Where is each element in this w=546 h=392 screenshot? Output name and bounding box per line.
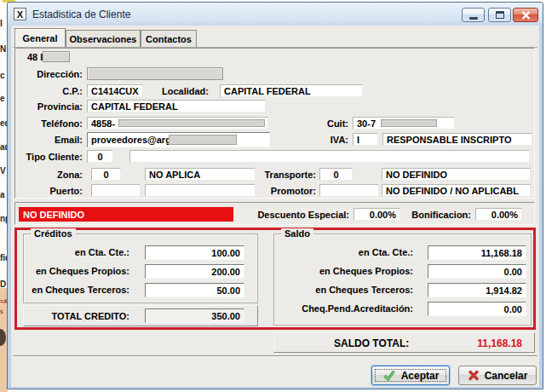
close-icon [521, 11, 531, 20]
tab-observaciones-label: Observaciones [70, 34, 137, 44]
cp-field[interactable]: C1414CUX [87, 84, 143, 97]
client-info-panel: 48 I Dirección: C.P.: C1414CUX Localidad… [14, 48, 535, 199]
saldo-total-label: SALDO TOTAL: [334, 337, 409, 349]
creditos-cheques-propios-field[interactable]: 200.00 [145, 264, 244, 279]
footer-divider [13, 355, 537, 357]
saldo-cheques-terceros-field[interactable]: 1,914.82 [428, 283, 526, 297]
saldo-groupbox: Saldo en Cta. Cte.: 11,168.18 en Cheques… [273, 233, 532, 326]
promotor-desc-field[interactable]: NO DEFINIDO / NO APLICABL [382, 184, 531, 197]
provincia-label: Provincia: [17, 101, 83, 112]
localidad-field[interactable]: CAPITAL FEDERAL [220, 84, 363, 97]
transporte-label: Transporte: [254, 170, 316, 180]
saldo-cheques-propios-label: en Cheques Propios: [276, 266, 413, 276]
iva-desc-field[interactable]: RESPONSABLE INSCRIPTO [382, 133, 532, 146]
promotor-label: Promotor: [254, 186, 316, 196]
tab-contactos-label: Contactos [146, 34, 192, 44]
tipo-cliente-label: Tipo Cliente: [17, 152, 83, 162]
cuit-field[interactable]: 30-7 [353, 117, 455, 130]
direccion-field[interactable] [87, 67, 223, 80]
bonificacion-field[interactable]: 0.00% [475, 208, 522, 221]
provincia-field[interactable]: CAPITAL FEDERAL [87, 100, 266, 112]
saldo-cta-cte-field[interactable]: 11,168.18 [428, 245, 526, 260]
credit-balance-section: Créditos en Cta. Cte.: 100.00 en Cheques… [14, 228, 536, 330]
transporte-desc-field[interactable]: NO DEFINIDO [382, 168, 531, 181]
creditos-cta-cte-label: en Cta. Cte.: [26, 247, 129, 257]
redacted-cuit [381, 119, 437, 127]
saldo-cta-cte-label: en Cta. Cte.: [276, 247, 413, 257]
saldo-total-panel: SALDO TOTAL: 11,168.18 [273, 332, 535, 353]
puerto-field[interactable] [91, 184, 141, 197]
total-credito-panel: TOTAL CREDITO: 350.00 [23, 305, 258, 326]
cp-label: C.P.: [17, 86, 83, 96]
dialog-estadistica-cliente: X Estadistica de Cliente General Observa… [7, 2, 543, 389]
redacted-email [169, 135, 237, 145]
tipo-cliente-desc-field[interactable] [129, 150, 530, 163]
iva-code-field[interactable]: I [353, 133, 378, 146]
dialog-body: General Observaciones Contactos 48 I Dir… [11, 26, 539, 387]
client-code: 48 I [27, 52, 43, 62]
cancel-button-label: Cancelar [485, 370, 528, 382]
minimize-icon [469, 17, 478, 20]
telefono-label: Teléfono: [17, 118, 83, 129]
email-field[interactable]: proveedores@arg [87, 132, 270, 147]
cuit-label: Cuit: [305, 118, 348, 129]
descuento-field[interactable]: 0.00% [353, 208, 400, 221]
creditos-cheques-terceros-field[interactable]: 50.00 [145, 283, 244, 297]
iva-label: IVA: [305, 135, 348, 145]
tipo-cliente-field[interactable]: 0 [87, 150, 113, 163]
cuit-value: 30-7 [357, 118, 376, 129]
transporte-field[interactable]: 0 [319, 168, 353, 181]
app-icon: X [14, 8, 26, 20]
maximize-icon [496, 11, 504, 19]
tab-observaciones[interactable]: Observaciones [66, 30, 141, 47]
saldo-total-value: 11,168.18 [477, 337, 522, 349]
redacted-telefono [118, 119, 265, 127]
cheq-pend-acreditacion-field[interactable]: 0.00 [428, 302, 526, 316]
status-banner-panel: NO DEFINIDO Descuento Especial: 0.00% Bo… [14, 202, 535, 225]
creditos-cheques-terceros-label: en Cheques Terceros: [26, 285, 129, 295]
screen: I N c e ed ad V a np fid D =A s X Estadi… [0, 0, 546, 392]
creditos-groupbox: Créditos en Cta. Cte.: 100.00 en Cheques… [23, 233, 258, 303]
background-shape [0, 329, 6, 346]
creditos-cta-cte-field[interactable]: 100.00 [145, 245, 244, 260]
creditos-cheques-propios-label: en Cheques Propios: [26, 266, 129, 276]
saldo-cheques-terceros-label: en Cheques Terceros: [276, 285, 413, 295]
close-button[interactable] [513, 8, 538, 22]
tab-general-label: General [23, 33, 58, 43]
saldo-title: Saldo [281, 228, 313, 239]
puerto-desc-field[interactable] [145, 184, 256, 197]
tab-contactos[interactable]: Contactos [141, 30, 197, 47]
zona-desc-field[interactable]: NO APLICA [145, 168, 256, 181]
tab-general[interactable]: General [14, 28, 66, 47]
title-bar: X Estadistica de Cliente [8, 3, 543, 26]
total-credito-label: TOTAL CREDITO: [26, 311, 129, 321]
window-title: Estadistica de Cliente [32, 9, 130, 20]
telefono-field[interactable]: 4858- [87, 117, 268, 130]
descuento-label: Descuento Especial: [247, 210, 349, 220]
check-icon [382, 369, 396, 382]
maximize-button[interactable] [488, 8, 511, 22]
email-label: Email: [17, 135, 83, 145]
cheq-pend-acreditacion-label: Cheq.Pend.Acreditación: [276, 303, 413, 314]
accept-button-label: Aceptar [401, 370, 440, 382]
creditos-title: Créditos [31, 228, 76, 239]
zona-field[interactable]: 0 [91, 168, 121, 181]
cancel-button[interactable]: Cancelar [458, 366, 537, 385]
bonificacion-label: Bonificacion: [404, 210, 471, 220]
puerto-label: Puerto: [17, 186, 83, 196]
cancel-x-icon [468, 370, 480, 381]
status-banner: NO DEFINIDO [19, 207, 233, 222]
background-text-fragment: s [0, 308, 3, 314]
accept-button[interactable]: Aceptar [371, 366, 450, 385]
localidad-label: Localidad: [143, 86, 209, 96]
direccion-label: Dirección: [17, 69, 83, 79]
promotor-field[interactable] [319, 184, 379, 197]
zona-label: Zona: [17, 170, 83, 180]
redacted-client-name [43, 51, 70, 62]
saldo-cheques-propios-field[interactable]: 0.00 [428, 264, 526, 279]
email-value: proveedores@arg [91, 135, 171, 145]
total-credito-field: 350.00 [145, 308, 244, 323]
telefono-value: 4858- [91, 118, 115, 129]
minimize-button[interactable] [462, 8, 485, 22]
